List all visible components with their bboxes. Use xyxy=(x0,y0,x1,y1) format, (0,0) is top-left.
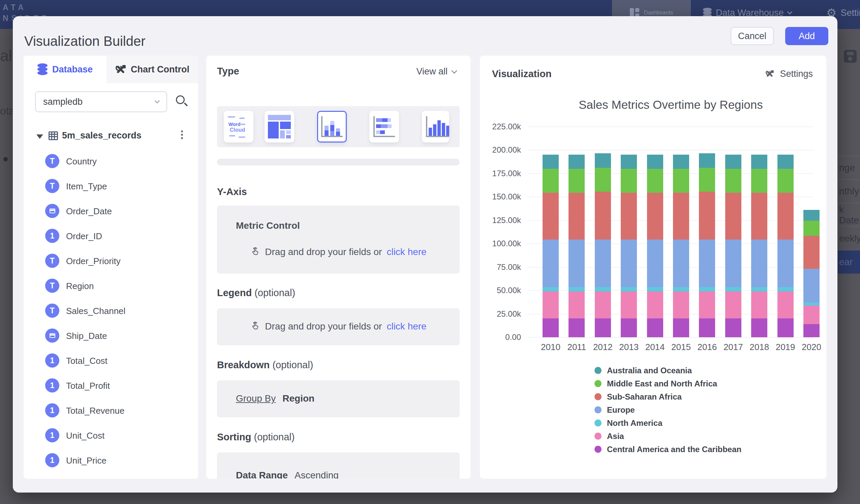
tab-chart-control[interactable]: Chart Control xyxy=(106,56,198,83)
field-item-item_type[interactable]: TItem_Type xyxy=(24,178,198,195)
bar-segment[interactable] xyxy=(543,240,559,287)
bar-segment[interactable] xyxy=(699,240,715,287)
bar-segment[interactable] xyxy=(699,168,715,192)
click-here-link[interactable]: click here xyxy=(387,321,426,332)
bar-segment[interactable] xyxy=(673,169,689,193)
database-select[interactable]: sampledb xyxy=(35,91,167,112)
stacked-bar-2011[interactable] xyxy=(569,155,585,337)
stacked-bar-2017[interactable] xyxy=(725,155,741,337)
bar-segment[interactable] xyxy=(569,169,585,193)
field-item-country[interactable]: TCountry xyxy=(24,153,198,170)
bar-segment[interactable] xyxy=(751,193,767,240)
bar-segment[interactable] xyxy=(569,318,585,337)
legend-item[interactable]: Europe xyxy=(594,406,741,414)
field-item-sales_channel[interactable]: TSales_Channel xyxy=(24,303,198,319)
bar-segment[interactable] xyxy=(595,318,611,337)
add-button[interactable]: Add xyxy=(785,27,828,45)
bar-segment[interactable] xyxy=(595,291,611,319)
bar-segment[interactable] xyxy=(543,155,559,169)
bar-segment[interactable] xyxy=(621,169,637,193)
bar-segment[interactable] xyxy=(699,287,715,291)
bar-segment[interactable] xyxy=(647,169,663,193)
field-item-order_date[interactable]: Order_Date xyxy=(24,203,198,219)
stacked-bar-2016[interactable] xyxy=(699,153,715,337)
chart-type-card-treemap[interactable] xyxy=(264,111,294,143)
bar-segment[interactable] xyxy=(595,153,611,168)
bar-segment[interactable] xyxy=(777,240,793,287)
bar-segment[interactable] xyxy=(569,193,585,240)
bar-segment[interactable] xyxy=(621,291,637,319)
bar-segment[interactable] xyxy=(751,287,767,291)
group-by-value[interactable]: Region xyxy=(282,393,314,404)
caret-down-icon[interactable] xyxy=(37,134,43,139)
bar-segment[interactable] xyxy=(699,291,715,319)
legend-item[interactable]: Central America and the Caribbean xyxy=(594,445,741,453)
bar-segment[interactable] xyxy=(647,240,663,287)
bar-segment[interactable] xyxy=(699,318,715,337)
chart-type-card-histogram[interactable] xyxy=(422,111,449,143)
bar-segment[interactable] xyxy=(725,169,741,193)
stacked-bar-2020[interactable] xyxy=(803,210,820,337)
bar-segment[interactable] xyxy=(543,291,559,319)
bar-segment[interactable] xyxy=(777,155,793,169)
field-item-order_id[interactable]: 1Order_ID xyxy=(24,228,198,244)
bar-segment[interactable] xyxy=(569,287,585,291)
bar-segment[interactable] xyxy=(777,318,793,337)
field-item-region[interactable]: TRegion xyxy=(24,278,198,294)
bar-segment[interactable] xyxy=(751,291,767,319)
metric-control-dropzone[interactable]: Metric Control Drag and drop your fields… xyxy=(217,205,460,274)
bar-segment[interactable] xyxy=(647,193,663,240)
bar-segment[interactable] xyxy=(725,287,741,291)
bar-segment[interactable] xyxy=(803,269,820,303)
chart-type-card-wordcloud[interactable]: Word Cloud xyxy=(224,111,254,143)
legend-item[interactable]: North America xyxy=(594,419,741,427)
bar-segment[interactable] xyxy=(673,287,689,291)
field-item-order_priority[interactable]: TOrder_Priority xyxy=(24,253,198,269)
field-item-total_revenue[interactable]: 1Total_Revenue xyxy=(24,403,198,419)
bar-segment[interactable] xyxy=(803,221,820,235)
chart-type-card-stacked-bar[interactable] xyxy=(369,111,399,143)
bar-segment[interactable] xyxy=(777,193,793,240)
bar-segment[interactable] xyxy=(673,240,689,287)
bar-segment[interactable] xyxy=(725,318,741,337)
type-strip-scrollbar[interactable] xyxy=(217,159,460,165)
table-tree-header[interactable]: 5m_sales_records xyxy=(24,129,198,144)
bar-segment[interactable] xyxy=(725,155,741,169)
bar-segment[interactable] xyxy=(595,192,611,240)
field-item-ship_date[interactable]: Ship_Date xyxy=(24,328,198,344)
stacked-bar-2015[interactable] xyxy=(673,155,689,337)
field-item-total_cost[interactable]: 1Total_Cost xyxy=(24,353,198,369)
stacked-bar-2012[interactable] xyxy=(595,153,611,337)
bar-segment[interactable] xyxy=(803,236,820,269)
settings-button[interactable]: Settings xyxy=(764,68,813,79)
stacked-bar-2010[interactable] xyxy=(543,155,559,337)
legend-item[interactable]: Asia xyxy=(594,432,741,440)
bar-segment[interactable] xyxy=(699,153,715,168)
bar-segment[interactable] xyxy=(621,318,637,337)
stacked-bar-2013[interactable] xyxy=(621,155,637,337)
bar-segment[interactable] xyxy=(543,287,559,291)
cancel-button[interactable]: Cancel xyxy=(731,27,774,45)
stacked-bar-2019[interactable] xyxy=(777,155,793,337)
bar-segment[interactable] xyxy=(777,291,793,319)
bar-segment[interactable] xyxy=(751,155,767,169)
bar-segment[interactable] xyxy=(621,287,637,291)
bar-segment[interactable] xyxy=(803,305,820,325)
click-here-link[interactable]: click here xyxy=(387,247,426,257)
bar-segment[interactable] xyxy=(569,291,585,319)
legend-item[interactable]: Australia and Oceania xyxy=(594,366,741,375)
bar-segment[interactable] xyxy=(803,324,820,337)
field-item-unit_price[interactable]: 1Unit_Price xyxy=(24,452,198,469)
bar-segment[interactable] xyxy=(751,169,767,193)
sorting-value[interactable]: Ascending xyxy=(295,470,339,479)
kebab-menu-icon[interactable] xyxy=(181,130,183,142)
bar-segment[interactable] xyxy=(803,210,820,221)
bar-segment[interactable] xyxy=(673,155,689,169)
sorting-dropzone[interactable]: Data Range Ascending xyxy=(217,452,460,479)
bar-segment[interactable] xyxy=(569,155,585,169)
stacked-bar-2018[interactable] xyxy=(751,155,767,337)
bar-segment[interactable] xyxy=(621,240,637,287)
bar-segment[interactable] xyxy=(725,291,741,319)
field-item-unit_cost[interactable]: 1Unit_Cost xyxy=(24,428,198,444)
bar-segment[interactable] xyxy=(543,318,559,337)
